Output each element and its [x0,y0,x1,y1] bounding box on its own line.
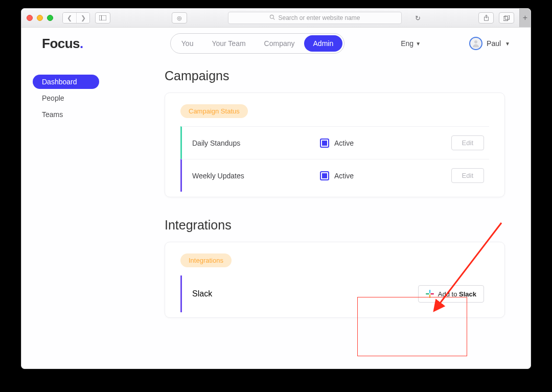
sidebar-item-people[interactable]: People [33,91,99,105]
campaigns-card: Campaign Status Daily Standups Active Ed… [165,93,505,197]
svg-rect-9 [429,290,430,293]
tabs-button[interactable] [499,12,514,24]
share-button[interactable] [478,12,494,24]
campaign-row: Daily Standups Active Edit [180,126,489,159]
svg-rect-6 [503,16,508,20]
nav-back-forward: ❮ ❯ [62,12,90,24]
main-nav: You Your Team Company Admin [170,33,344,54]
new-tab-button[interactable]: + [519,9,531,27]
traffic-lights [27,15,53,21]
language-label: Eng [401,39,413,48]
svg-rect-7 [505,15,510,19]
svg-rect-0 [99,15,106,20]
language-selector[interactable]: Eng ▼ [401,39,421,48]
status-label: Active [334,172,354,180]
campaign-status-badge: Campaign Status [180,104,248,118]
logo-dot: . [80,36,83,51]
svg-point-2 [270,15,274,18]
avatar [469,37,482,50]
back-button[interactable]: ❮ [63,13,76,23]
avatar-icon [471,39,480,48]
share-icon [484,15,489,21]
fullscreen-window-button[interactable] [47,15,53,21]
main-content: Campaigns Campaign Status Daily Standups… [139,59,531,368]
edit-button[interactable]: Edit [451,135,484,150]
address-bar[interactable]: Search or enter website name [228,12,402,24]
integrations-card: Integrations Slack Add to Slack [165,242,505,318]
svg-rect-10 [429,294,430,298]
close-window-button[interactable] [27,15,33,21]
app-header: Focus. You Your Team Company Admin Eng ▼… [21,28,531,59]
nav-you[interactable]: You [172,35,203,52]
address-placeholder: Search or enter website name [278,14,360,21]
browser-window: ❮ ❯ ◎ Search or enter website name ↻ [21,8,531,369]
integration-row-slack: Slack Add to Slack [180,275,489,312]
sidebar-item-teams[interactable]: Teams [33,107,99,122]
svg-rect-11 [426,293,429,294]
campaign-name: Daily Standups [192,139,320,147]
svg-point-8 [474,40,477,43]
svg-line-3 [273,18,275,20]
svg-rect-12 [430,293,434,294]
user-menu[interactable]: Paul ▼ [469,37,510,50]
slack-btn-bold: Slack [459,290,476,298]
user-name: Paul [487,39,501,48]
sidebar: Dashboard People Teams [21,59,139,368]
campaign-name: Weekly Updates [192,172,320,180]
add-to-slack-button[interactable]: Add to Slack [418,285,484,303]
browser-chrome: ❮ ❯ ◎ Search or enter website name ↻ [21,9,531,28]
logo-text: Focus [42,36,80,51]
reader-view-button[interactable]: ◎ [172,12,187,24]
status-label: Active [334,139,354,147]
nav-your-team[interactable]: Your Team [202,35,255,52]
nav-admin[interactable]: Admin [304,35,343,52]
chevron-down-icon: ▼ [505,41,510,47]
sidebar-item-dashboard[interactable]: Dashboard [33,75,99,89]
integrations-title: Integrations [165,218,505,233]
slack-icon [426,290,434,298]
integrations-badge: Integrations [180,253,232,267]
logo: Focus. [42,36,83,52]
nav-company[interactable]: Company [255,35,304,52]
slack-btn-prefix: Add to [438,290,459,298]
reload-button[interactable]: ↻ [415,14,421,22]
chevron-down-icon: ▼ [416,41,421,47]
forward-button[interactable]: ❯ [76,13,89,23]
campaign-row: Weekly Updates Active Edit [180,159,489,192]
minimize-window-button[interactable] [37,15,43,21]
search-icon [269,14,275,21]
active-checkbox[interactable] [320,139,329,148]
sidebar-toggle-button[interactable] [95,12,110,24]
campaigns-title: Campaigns [165,68,505,83]
integration-name: Slack [192,289,212,298]
active-checkbox[interactable] [320,171,329,180]
edit-button[interactable]: Edit [451,168,484,183]
sidebar-icon [99,15,106,20]
tabs-icon [503,15,510,21]
